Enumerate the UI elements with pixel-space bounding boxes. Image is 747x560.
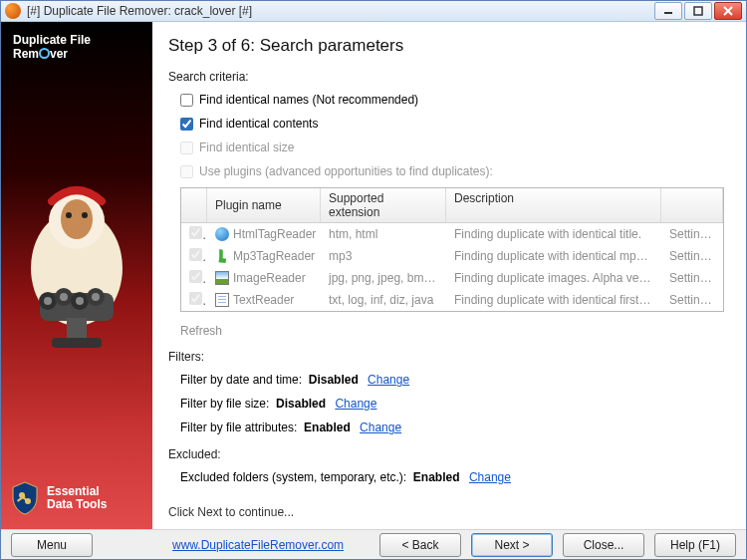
- mascot-image: [1, 64, 152, 481]
- filter-size-row: Filter by file size: Disabled Change: [180, 396, 724, 412]
- svg-point-7: [66, 212, 72, 218]
- plugin-table-body: HtmlTagReader htm, html Finding duplicat…: [181, 223, 723, 311]
- music-note-icon: [215, 249, 229, 263]
- footer: Menu www.DuplicateFileRemover.com < Back…: [1, 529, 746, 559]
- close-wizard-button[interactable]: Close...: [563, 533, 644, 557]
- table-row: HtmlTagReader htm, html Finding duplicat…: [181, 223, 723, 245]
- table-row: Mp3TagReader mp3 Finding duplicate with …: [181, 245, 723, 267]
- filter-date-status: Disabled: [309, 373, 359, 387]
- search-criteria-label: Search criteria:: [168, 70, 724, 84]
- continue-hint: Click Next to continue...: [168, 493, 724, 519]
- identical-names-label: Find identical names (Not recommended): [199, 93, 418, 107]
- identical-names-checkbox[interactable]: [180, 94, 193, 107]
- product-name-line1: Duplicate File: [13, 34, 140, 47]
- option-identical-size: Find identical size: [180, 140, 724, 155]
- main-panel: Step 3 of 6: Search parameters Search cr…: [152, 22, 746, 529]
- help-button[interactable]: Help (F1): [654, 533, 736, 557]
- filter-date-row: Filter by date and time: Disabled Change: [180, 372, 724, 388]
- site-link[interactable]: www.DuplicateFileRemover.com: [172, 538, 344, 552]
- svg-point-8: [82, 212, 88, 218]
- excluded-folders-row: Excluded folders (system, temporary, etc…: [180, 469, 724, 485]
- use-plugins-checkbox: [180, 165, 193, 178]
- filters-label: Filters:: [168, 350, 724, 364]
- filter-attr-change-link[interactable]: Change: [360, 420, 401, 434]
- svg-point-17: [92, 293, 100, 301]
- next-button[interactable]: Next >: [471, 533, 553, 557]
- identical-size-checkbox: [180, 141, 193, 154]
- excluded-folders-change-link[interactable]: Change: [469, 470, 511, 484]
- option-use-plugins: Use plugins (advanced opportunities to f…: [180, 163, 724, 179]
- use-plugins-label: Use plugins (advanced opportunities to f…: [199, 164, 493, 178]
- plugin-checkbox: [189, 248, 202, 261]
- svg-point-16: [76, 297, 84, 305]
- window-title: [#] Duplicate File Remover: crack_lover …: [27, 4, 648, 18]
- plugin-table-header: Plugin name Supported extension Descript…: [181, 188, 723, 223]
- table-row: TextReader txt, log, inf, diz, java Find…: [181, 289, 723, 311]
- body: Duplicate File Remver: [1, 22, 746, 529]
- plugin-settings-link: Settings...: [661, 225, 723, 243]
- menu-button[interactable]: Menu: [11, 533, 93, 557]
- col-supported-ext[interactable]: Supported extension: [321, 188, 446, 222]
- shield-icon: [11, 481, 39, 515]
- filter-date-change-link[interactable]: Change: [368, 373, 409, 387]
- svg-point-6: [61, 199, 93, 239]
- filter-size-change-link[interactable]: Change: [335, 397, 376, 411]
- filter-size-status: Disabled: [276, 397, 326, 411]
- plugin-settings-link: Settings...: [661, 247, 723, 265]
- plugin-table: Plugin name Supported extension Descript…: [180, 187, 724, 312]
- svg-rect-1: [694, 7, 702, 15]
- product-name-line2: Remver: [13, 47, 140, 61]
- option-identical-contents[interactable]: Find identical contents: [180, 116, 724, 132]
- back-button[interactable]: < Back: [379, 533, 461, 557]
- filter-attr-row: Filter by file attributes: Enabled Chang…: [180, 420, 724, 435]
- product-logo: Duplicate File Remver: [1, 26, 152, 64]
- svg-point-22: [25, 498, 31, 504]
- filter-attr-status: Enabled: [304, 420, 351, 434]
- refresh-link: Refresh: [180, 320, 724, 338]
- window-controls: [654, 2, 742, 20]
- plugin-settings-link: Settings...: [661, 269, 723, 287]
- col-description[interactable]: Description: [446, 188, 661, 222]
- svg-rect-18: [67, 318, 87, 340]
- identical-contents-checkbox[interactable]: [180, 118, 193, 131]
- logo-ring-icon: [39, 48, 50, 59]
- col-plugin-name[interactable]: Plugin name: [207, 188, 321, 222]
- identical-size-label: Find identical size: [199, 140, 294, 154]
- table-row: ImageReader jpg, png, jpeg, bmp, i... Fi…: [181, 267, 723, 289]
- vendor-name: Essential Data Tools: [47, 485, 107, 510]
- plugin-checkbox: [189, 270, 202, 283]
- svg-point-15: [60, 293, 68, 301]
- titlebar: [#] Duplicate File Remover: crack_lover …: [1, 1, 746, 22]
- plugin-checkbox: [189, 292, 202, 305]
- identical-contents-label: Find identical contents: [199, 117, 318, 131]
- image-icon: [215, 271, 229, 285]
- app-icon: [5, 3, 21, 19]
- svg-rect-19: [52, 338, 102, 348]
- plugin-checkbox: [189, 226, 202, 239]
- globe-icon: [215, 227, 229, 241]
- app-window: [#] Duplicate File Remover: crack_lover …: [0, 0, 747, 560]
- plugin-settings-link: Settings...: [661, 291, 723, 309]
- excluded-folders-status: Enabled: [413, 470, 460, 484]
- svg-point-14: [44, 297, 52, 305]
- excluded-label: Excluded:: [168, 447, 724, 461]
- vendor-logo: Essential Data Tools: [1, 481, 152, 515]
- step-heading: Step 3 of 6: Search parameters: [168, 36, 724, 56]
- sidebar: Duplicate File Remver: [1, 22, 152, 529]
- close-button[interactable]: [714, 2, 742, 20]
- text-file-icon: [215, 293, 229, 307]
- option-identical-names[interactable]: Find identical names (Not recommended): [180, 92, 724, 108]
- maximize-button[interactable]: [684, 2, 712, 20]
- minimize-button[interactable]: [654, 2, 682, 20]
